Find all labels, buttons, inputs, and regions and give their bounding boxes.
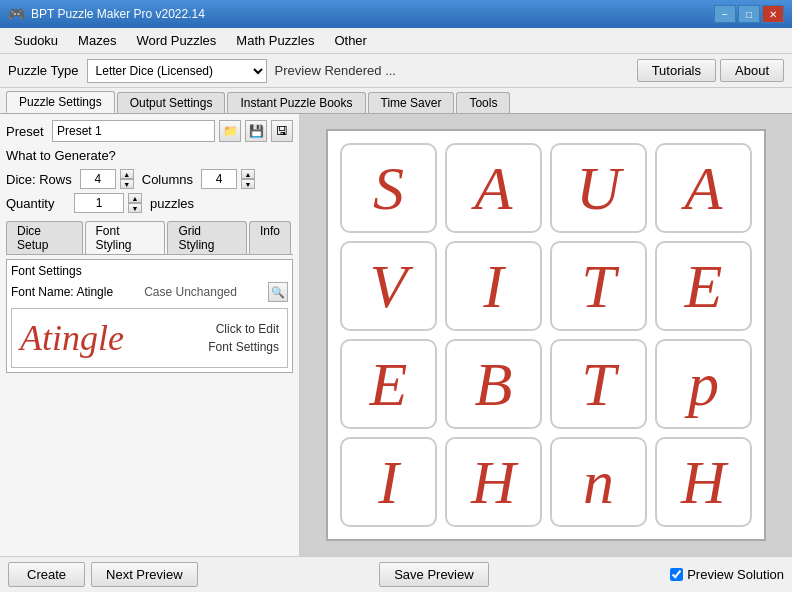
preview-solution-checkbox[interactable] bbox=[670, 568, 683, 581]
dice-cell: H bbox=[445, 437, 542, 527]
quantity-row: Quantity ▲ ▼ puzzles bbox=[6, 193, 293, 213]
close-button[interactable]: ✕ bbox=[762, 5, 784, 23]
save-icon-btn[interactable]: 💾 bbox=[245, 120, 267, 142]
next-preview-button[interactable]: Next Preview bbox=[91, 562, 198, 587]
dice-cell: T bbox=[550, 241, 647, 331]
click-to-edit-line2: Font Settings bbox=[208, 338, 279, 356]
font-settings-box: Font Settings Font Name: Atingle Case Un… bbox=[6, 259, 293, 373]
click-to-edit-text: Click to Edit Font Settings bbox=[208, 320, 279, 356]
font-name-text: Font Name: Atingle bbox=[11, 285, 113, 299]
tab-tools[interactable]: Tools bbox=[456, 92, 510, 113]
dice-cell: E bbox=[655, 241, 752, 331]
save-preview-button[interactable]: Save Preview bbox=[379, 562, 488, 587]
quantity-label: Quantity bbox=[6, 196, 66, 211]
preset-label: Preset bbox=[6, 124, 48, 139]
dice-cell: B bbox=[445, 339, 542, 429]
menu-item-other[interactable]: Other bbox=[324, 30, 377, 51]
bottom-right: Preview Solution bbox=[670, 567, 784, 582]
preview-text: Preview Rendered ... bbox=[275, 63, 396, 78]
dice-rows-down[interactable]: ▼ bbox=[120, 179, 134, 189]
font-preview-box[interactable]: Atingle Click to Edit Font Settings bbox=[11, 308, 288, 368]
maximize-button[interactable]: □ bbox=[738, 5, 760, 23]
bottom-left: Create Next Preview bbox=[8, 562, 198, 587]
toolbar-right: Tutorials About bbox=[637, 59, 784, 82]
inner-tab-grid-styling[interactable]: Grid Styling bbox=[167, 221, 247, 254]
dice-cell: A bbox=[445, 143, 542, 233]
quantity-up[interactable]: ▲ bbox=[128, 193, 142, 203]
preset-input[interactable] bbox=[52, 120, 215, 142]
menu-item-word-puzzles[interactable]: Word Puzzles bbox=[126, 30, 226, 51]
dice-cell: V bbox=[340, 241, 437, 331]
dice-cell: U bbox=[550, 143, 647, 233]
quantity-input[interactable] bbox=[74, 193, 124, 213]
inner-tabs: Dice Setup Font Styling Grid Styling Inf… bbox=[6, 221, 293, 255]
puzzle-type-label: Puzzle Type bbox=[8, 63, 79, 78]
app-icon: 🎮 bbox=[8, 6, 25, 22]
what-to-generate-label: What to Generate? bbox=[6, 148, 293, 163]
preview-solution-row: Preview Solution bbox=[670, 567, 784, 582]
dice-rows-up[interactable]: ▲ bbox=[120, 169, 134, 179]
tabs-row: Puzzle Settings Output Settings Instant … bbox=[0, 88, 792, 114]
title-bar: 🎮 BPT Puzzle Maker Pro v2022.14 − □ ✕ bbox=[0, 0, 792, 28]
dice-rows-spinners: ▲ ▼ bbox=[120, 169, 134, 189]
preset-row: Preset 📁 💾 🖫 bbox=[6, 120, 293, 142]
columns-down[interactable]: ▼ bbox=[241, 179, 255, 189]
dice-cell: E bbox=[340, 339, 437, 429]
inner-tab-font-styling[interactable]: Font Styling bbox=[85, 221, 166, 254]
folder-icon-btn[interactable]: 📁 bbox=[219, 120, 241, 142]
dice-rows-row: Dice: Rows ▲ ▼ Columns ▲ ▼ bbox=[6, 169, 293, 189]
preview-solution-label: Preview Solution bbox=[687, 567, 784, 582]
save-as-icon-btn[interactable]: 🖫 bbox=[271, 120, 293, 142]
menu-bar: Sudoku Mazes Word Puzzles Math Puzzles O… bbox=[0, 28, 792, 54]
menu-item-sudoku[interactable]: Sudoku bbox=[4, 30, 68, 51]
minimize-button[interactable]: − bbox=[714, 5, 736, 23]
left-panel: Preset 📁 💾 🖫 What to Generate? Dice: Row… bbox=[0, 114, 300, 556]
about-button[interactable]: About bbox=[720, 59, 784, 82]
dice-cell: I bbox=[445, 241, 542, 331]
tab-instant-puzzle-books[interactable]: Instant Puzzle Books bbox=[227, 92, 365, 113]
quantity-down[interactable]: ▼ bbox=[128, 203, 142, 213]
bottom-bar: Create Next Preview Save Preview Preview… bbox=[0, 556, 792, 592]
dice-cell: H bbox=[655, 437, 752, 527]
toolbar-left: Puzzle Type Letter Dice (Licensed) Previ… bbox=[8, 59, 396, 83]
create-button[interactable]: Create bbox=[8, 562, 85, 587]
columns-input[interactable] bbox=[201, 169, 237, 189]
dice-cell: T bbox=[550, 339, 647, 429]
columns-label: Columns bbox=[142, 172, 193, 187]
title-bar-left: 🎮 BPT Puzzle Maker Pro v2022.14 bbox=[8, 6, 205, 22]
font-settings-title: Font Settings bbox=[11, 264, 288, 278]
columns-spinners: ▲ ▼ bbox=[241, 169, 255, 189]
right-panel: SAUAVITEEBTpIHnH bbox=[300, 114, 792, 556]
title-bar-controls: − □ ✕ bbox=[714, 5, 784, 23]
dice-cell: n bbox=[550, 437, 647, 527]
inner-tab-info[interactable]: Info bbox=[249, 221, 291, 254]
tab-time-saver[interactable]: Time Saver bbox=[368, 92, 455, 113]
puzzle-grid: SAUAVITEEBTpIHnH bbox=[326, 129, 766, 541]
quantity-spinners: ▲ ▼ bbox=[128, 193, 142, 213]
main-content: Preset 📁 💾 🖫 What to Generate? Dice: Row… bbox=[0, 114, 792, 556]
font-case-text: Case Unchanged bbox=[144, 285, 237, 299]
dice-cell: A bbox=[655, 143, 752, 233]
menu-item-math-puzzles[interactable]: Math Puzzles bbox=[226, 30, 324, 51]
font-name-row: Font Name: Atingle Case Unchanged 🔍 bbox=[11, 282, 288, 302]
puzzles-label: puzzles bbox=[150, 196, 194, 211]
app-title: BPT Puzzle Maker Pro v2022.14 bbox=[31, 7, 205, 21]
columns-up[interactable]: ▲ bbox=[241, 169, 255, 179]
dice-cell: p bbox=[655, 339, 752, 429]
tab-puzzle-settings[interactable]: Puzzle Settings bbox=[6, 91, 115, 113]
font-name-value: Atingle bbox=[76, 285, 113, 299]
puzzle-type-select[interactable]: Letter Dice (Licensed) bbox=[87, 59, 267, 83]
dice-cell: S bbox=[340, 143, 437, 233]
menu-item-mazes[interactable]: Mazes bbox=[68, 30, 126, 51]
toolbar-row: Puzzle Type Letter Dice (Licensed) Previ… bbox=[0, 54, 792, 88]
font-preview-text: Atingle bbox=[20, 317, 124, 359]
inner-tab-dice-setup[interactable]: Dice Setup bbox=[6, 221, 83, 254]
tutorials-button[interactable]: Tutorials bbox=[637, 59, 716, 82]
dice-rows-label: Dice: Rows bbox=[6, 172, 72, 187]
tab-output-settings[interactable]: Output Settings bbox=[117, 92, 226, 113]
dice-rows-input[interactable] bbox=[80, 169, 116, 189]
dice-cell: I bbox=[340, 437, 437, 527]
click-to-edit-line1: Click to Edit bbox=[208, 320, 279, 338]
font-search-button[interactable]: 🔍 bbox=[268, 282, 288, 302]
